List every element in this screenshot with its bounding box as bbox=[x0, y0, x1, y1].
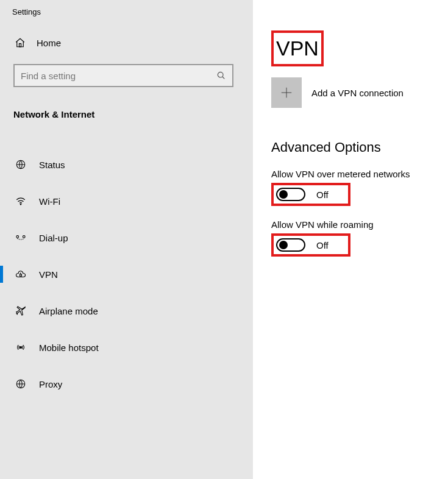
proxy-icon bbox=[15, 378, 27, 389]
page-title: VPN bbox=[271, 30, 324, 66]
svg-point-6 bbox=[23, 236, 25, 238]
home-icon bbox=[15, 37, 26, 48]
toggle-state: Off bbox=[316, 240, 335, 250]
app-title: Settings bbox=[0, 7, 253, 24]
sidebar-item-label: Wi-Fi bbox=[39, 196, 60, 207]
sidebar-item-vpn[interactable]: VPN bbox=[0, 256, 253, 293]
advanced-options-heading: Advanced Options bbox=[271, 140, 448, 155]
search-icon bbox=[216, 71, 226, 80]
sidebar-item-label: VPN bbox=[39, 269, 58, 280]
add-vpn-button[interactable]: Add a VPN connection bbox=[271, 77, 448, 108]
hotspot-icon bbox=[15, 342, 27, 353]
settings-sidebar: Settings Home Network & Internet Status … bbox=[0, 0, 253, 479]
main-content: VPN Add a VPN connection Advanced Option… bbox=[253, 0, 448, 479]
sidebar-item-label: Mobile hotspot bbox=[39, 342, 99, 353]
option-metered: Allow VPN over metered networks Off bbox=[271, 169, 448, 206]
toggle-row-metered: Off bbox=[271, 183, 350, 206]
search-input[interactable] bbox=[21, 71, 216, 81]
sidebar-item-status[interactable]: Status bbox=[0, 146, 253, 183]
sidebar-item-hotspot[interactable]: Mobile hotspot bbox=[0, 329, 253, 366]
home-nav[interactable]: Home bbox=[0, 24, 253, 59]
option-label: Allow VPN over metered networks bbox=[271, 169, 448, 179]
svg-rect-7 bbox=[20, 274, 22, 276]
option-label: Allow VPN while roaming bbox=[271, 219, 448, 230]
section-header: Network & Internet bbox=[0, 90, 253, 127]
toggle-knob bbox=[279, 241, 288, 249]
wifi-icon bbox=[15, 196, 27, 207]
svg-point-8 bbox=[20, 347, 22, 349]
sidebar-item-wifi[interactable]: Wi-Fi bbox=[0, 183, 253, 219]
toggle-knob bbox=[279, 190, 288, 199]
svg-rect-0 bbox=[20, 44, 21, 47]
toggle-row-roaming: Off bbox=[271, 233, 350, 257]
globe-icon bbox=[15, 159, 27, 170]
airplane-icon bbox=[15, 305, 27, 316]
vpn-icon bbox=[15, 269, 27, 280]
sidebar-item-label: Airplane mode bbox=[39, 306, 98, 316]
svg-point-4 bbox=[20, 204, 21, 205]
home-label: Home bbox=[37, 38, 61, 48]
sidebar-item-label: Status bbox=[39, 160, 65, 170]
nav-list: Status Wi-Fi Dial-up VPN Airplane mode bbox=[0, 146, 253, 402]
option-roaming: Allow VPN while roaming Off bbox=[271, 219, 448, 257]
sidebar-item-proxy[interactable]: Proxy bbox=[0, 366, 253, 402]
svg-point-1 bbox=[218, 72, 223, 77]
toggle-state: Off bbox=[316, 190, 335, 200]
sidebar-item-dialup[interactable]: Dial-up bbox=[0, 219, 253, 256]
add-vpn-label: Add a VPN connection bbox=[311, 88, 404, 98]
svg-point-5 bbox=[16, 236, 19, 238]
toggle-roaming[interactable] bbox=[276, 238, 305, 252]
sidebar-item-airplane[interactable]: Airplane mode bbox=[0, 293, 253, 329]
toggle-metered[interactable] bbox=[276, 188, 305, 201]
sidebar-item-label: Dial-up bbox=[39, 233, 68, 243]
plus-icon bbox=[271, 77, 302, 108]
dialup-icon bbox=[15, 232, 27, 243]
search-box[interactable] bbox=[13, 64, 233, 87]
sidebar-item-label: Proxy bbox=[39, 379, 62, 389]
svg-line-2 bbox=[222, 77, 224, 79]
